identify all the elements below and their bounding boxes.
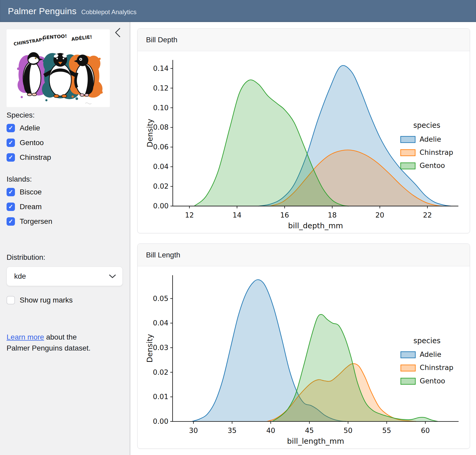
svg-text:Chinstrap: Chinstrap — [420, 363, 453, 372]
checkmark-icon: ✓ — [8, 155, 13, 160]
checkmark-icon: ✓ — [8, 219, 13, 224]
svg-text:0.05: 0.05 — [153, 294, 168, 303]
bill-length-card-body: 303540455055600.000.010.020.030.040.05bi… — [138, 266, 470, 448]
svg-text:0.00: 0.00 — [153, 417, 168, 425]
bill-length-chart: 303540455055600.000.010.020.030.040.05bi… — [140, 267, 467, 446]
learn-more-paragraph: Learn more about the Palmer Penguins dat… — [7, 332, 101, 354]
rug-marks-checkbox[interactable]: ✓ — [7, 296, 15, 304]
bill-depth-chart: 1214161820220.000.020.040.060.080.100.12… — [140, 52, 467, 231]
bill-length-card-header: Bill Length — [138, 244, 470, 266]
distribution-label: Distribution: — [7, 253, 123, 262]
svg-text:Density: Density — [145, 334, 154, 363]
svg-text:0.10: 0.10 — [153, 104, 169, 112]
gentoo-label: GENTOO! — [42, 33, 67, 40]
chevron-left-icon — [114, 28, 121, 38]
svg-text:species: species — [413, 336, 440, 345]
rug-marks-label: Show rug marks — [20, 296, 73, 304]
dream-checkbox[interactable]: ✓ — [7, 203, 15, 211]
svg-text:14: 14 — [232, 211, 241, 219]
chinstrap-checkbox[interactable]: ✓ — [7, 153, 15, 162]
checkbox-row-torgersen[interactable]: ✓ Torgersen — [7, 217, 123, 226]
svg-text:0.14: 0.14 — [153, 64, 169, 72]
bill-depth-card-title: Bill Depth — [146, 36, 177, 44]
svg-text:30: 30 — [189, 426, 198, 435]
app-header: Palmer Penguins Cobblepot Analytics — [0, 0, 476, 22]
svg-text:0.03: 0.03 — [153, 343, 168, 352]
penguin-labels: CHINSTRAP! GENTOO! ADÉLIE! — [13, 33, 92, 47]
distribution-select[interactable]: kde — [7, 267, 123, 286]
checkbox-row-chinstrap[interactable]: ✓ Chinstrap — [7, 153, 123, 162]
torgersen-checkbox[interactable]: ✓ — [7, 217, 15, 226]
adelie-label: ADÉLIE! — [71, 34, 93, 42]
svg-text:55: 55 — [382, 426, 391, 435]
checkmark-icon: ✓ — [8, 204, 13, 210]
learn-more-link[interactable]: Learn more — [7, 333, 44, 341]
gentoo-checkbox[interactable]: ✓ — [7, 139, 15, 147]
svg-text:22: 22 — [423, 211, 432, 219]
chinstrap-checkbox-label: Chinstrap — [20, 153, 51, 162]
checkbox-row-adelie[interactable]: ✓ Adelie — [7, 124, 123, 132]
biscoe-checkbox-label: Biscoe — [20, 188, 42, 196]
bill-depth-card-header: Bill Depth — [138, 29, 470, 51]
species-group-label: Species: — [7, 111, 123, 120]
svg-text:0.06: 0.06 — [153, 143, 169, 151]
svg-text:18: 18 — [328, 211, 337, 219]
svg-text:0.04: 0.04 — [153, 319, 168, 327]
checkmark-icon: ✓ — [8, 125, 13, 131]
svg-text:Gentoo: Gentoo — [420, 161, 445, 170]
svg-text:0.08: 0.08 — [153, 123, 169, 131]
species-options: ✓ Adelie ✓ Gentoo ✓ Chinstrap — [7, 124, 123, 162]
app-shell: CHINSTRAP! GENTOO! ADÉLIE! Species: ✓ Ad… — [0, 22, 476, 455]
svg-text:0.02: 0.02 — [153, 182, 169, 190]
bill-depth-card: Bill Depth 1214161820220.000.020.040.060… — [137, 28, 470, 233]
bill-length-card: Bill Length 303540455055600.000.010.020.… — [137, 244, 470, 449]
main-content: Bill Depth 1214161820220.000.020.040.060… — [130, 22, 476, 455]
bill-length-card-title: Bill Length — [146, 251, 180, 259]
adelie-checkbox-label: Adelie — [20, 124, 40, 132]
svg-text:40: 40 — [266, 426, 275, 435]
gentoo-checkbox-label: Gentoo — [20, 139, 44, 147]
svg-text:Chinstrap: Chinstrap — [420, 148, 453, 156]
adelie-checkbox[interactable]: ✓ — [7, 124, 15, 132]
bill-depth-card-body: 1214161820220.000.020.040.060.080.100.12… — [138, 51, 470, 233]
rug-marks-row[interactable]: ✓ Show rug marks — [7, 296, 123, 304]
islands-group-label: Islands: — [7, 175, 123, 184]
svg-text:0.02: 0.02 — [153, 368, 168, 376]
svg-text:Adelie: Adelie — [420, 350, 441, 358]
svg-text:0.01: 0.01 — [153, 393, 168, 401]
checkmark-icon: ✓ — [8, 189, 13, 195]
checkbox-row-biscoe[interactable]: ✓ Biscoe — [7, 188, 123, 196]
svg-text:0.04: 0.04 — [153, 162, 169, 171]
penguins-illustration: CHINSTRAP! GENTOO! ADÉLIE! — [7, 29, 110, 107]
checkmark-icon: ✓ — [8, 140, 13, 146]
svg-text:species: species — [413, 121, 440, 130]
chevron-down-icon — [109, 274, 116, 279]
checkbox-row-gentoo[interactable]: ✓ Gentoo — [7, 139, 123, 147]
collapse-sidebar-button[interactable] — [113, 27, 122, 38]
sidebar: CHINSTRAP! GENTOO! ADÉLIE! Species: ✓ Ad… — [0, 22, 130, 455]
svg-text:50: 50 — [344, 426, 353, 435]
chinstrap-label: CHINSTRAP! — [13, 37, 44, 47]
torgersen-checkbox-label: Torgersen — [20, 217, 52, 226]
svg-text:12: 12 — [185, 211, 194, 219]
svg-text:60: 60 — [421, 426, 430, 435]
app-title: Palmer Penguins — [8, 6, 77, 16]
dream-checkbox-label: Dream — [20, 203, 42, 211]
islands-options: ✓ Biscoe ✓ Dream ✓ Torgersen — [7, 188, 123, 226]
svg-text:16: 16 — [280, 211, 289, 219]
svg-text:bill_length_mm: bill_length_mm — [287, 437, 344, 446]
penguins-artwork: CHINSTRAP! GENTOO! ADÉLIE! — [7, 29, 110, 107]
checkbox-row-dream[interactable]: ✓ Dream — [7, 203, 123, 211]
biscoe-checkbox[interactable]: ✓ — [7, 188, 15, 196]
svg-text:0.00: 0.00 — [153, 202, 169, 210]
svg-text:0.12: 0.12 — [153, 84, 169, 92]
distribution-selected-value: kde — [14, 272, 26, 281]
svg-text:Adelie: Adelie — [420, 135, 441, 143]
svg-text:20: 20 — [375, 211, 384, 219]
svg-text:Density: Density — [145, 119, 154, 147]
svg-text:bill_depth_mm: bill_depth_mm — [288, 221, 343, 230]
svg-text:35: 35 — [228, 426, 236, 435]
svg-text:Gentoo: Gentoo — [420, 377, 445, 385]
svg-text:45: 45 — [305, 426, 314, 435]
app-subtitle: Cobblepot Analytics — [81, 8, 137, 16]
